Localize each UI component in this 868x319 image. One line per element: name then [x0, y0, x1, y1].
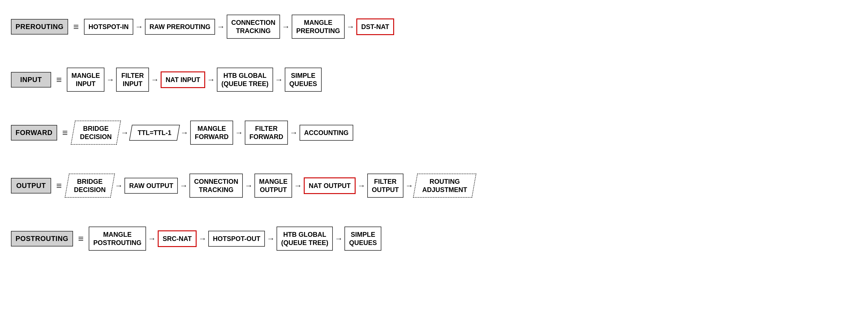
arrow-input-1: → [106, 75, 114, 84]
arrow-postrouting-2: → [198, 234, 207, 243]
arrow-input-4: → [275, 75, 283, 84]
node-prerouting-3: MANGLEPREROUTING [292, 14, 345, 39]
separator-input: ≡ [56, 74, 62, 85]
arrow-output-2: → [180, 181, 188, 190]
node-postrouting-0: MANGLEPOSTROUTING [89, 227, 146, 251]
arrow-prerouting-2: → [217, 22, 225, 31]
row-postrouting: POSTROUTING≡MANGLEPOSTROUTING→SRC-NAT→HO… [11, 227, 381, 251]
row-input: INPUT≡MANGLEINPUT→FILTERINPUT→NAT INPUT→… [11, 67, 322, 92]
arrow-input-2: → [151, 75, 159, 84]
arrow-postrouting-4: → [335, 234, 343, 243]
chain-label-input: INPUT [11, 72, 51, 88]
separator-prerouting: ≡ [73, 21, 79, 32]
node-forward-3: FILTERFORWARD [245, 121, 288, 145]
arrow-output-5: → [358, 181, 366, 190]
diagram: PREROUTING≡HOTSPOT-IN→RAW PREROUTING→CON… [0, 0, 868, 319]
node-output-4: NAT OUTPUT [304, 177, 355, 194]
node-output-3: MANGLEOUTPUT [254, 174, 292, 198]
node-input-3: HTB GLOBAL(QUEUE TREE) [217, 67, 273, 92]
row-prerouting: PREROUTING≡HOTSPOT-IN→RAW PREROUTING→CON… [11, 14, 394, 39]
node-postrouting-2: HOTSPOT-OUT [208, 231, 265, 246]
arrow-output-3: → [245, 181, 253, 190]
node-postrouting-1: SRC-NAT [158, 230, 196, 247]
node-prerouting-1: RAW PREROUTING [145, 19, 215, 35]
node-output-5: FILTEROUTPUT [367, 174, 403, 198]
arrow-prerouting-1: → [135, 22, 143, 31]
arrow-postrouting-1: → [148, 234, 156, 243]
node-forward-2: MANGLEFORWARD [190, 121, 233, 145]
node-input-4: SIMPLEQUEUES [285, 67, 322, 92]
arrow-forward-4: → [290, 128, 298, 137]
arrow-forward-1: → [121, 128, 129, 137]
arrow-prerouting-3: → [282, 22, 290, 31]
arrow-output-1: → [115, 181, 123, 190]
chain-label-prerouting: PREROUTING [11, 19, 68, 34]
node-input-1: FILTERINPUT [116, 67, 149, 92]
arrow-prerouting-4: → [346, 22, 354, 31]
node-output-2: CONNECTIONTRACKING [189, 174, 243, 198]
node-forward-1: TTL=TTL-1 [129, 125, 180, 141]
arrow-forward-3: → [235, 128, 243, 137]
node-forward-0: BRIDGEDECISION [71, 121, 121, 145]
row-output: OUTPUT≡BRIDGEDECISION→RAW OUTPUT→CONNECT… [11, 174, 474, 198]
node-prerouting-0: HOTSPOT-IN [84, 19, 133, 35]
arrow-forward-2: → [180, 128, 188, 137]
node-prerouting-2: CONNECTIONTRACKING [227, 14, 280, 39]
chain-label-output: OUTPUT [11, 178, 51, 194]
node-input-2: NAT INPUT [161, 71, 205, 88]
node-prerouting-4: DST-NAT [356, 19, 394, 35]
separator-postrouting: ≡ [78, 233, 84, 244]
node-postrouting-4: SIMPLEQUEUES [344, 227, 381, 251]
node-postrouting-3: HTB GLOBAL(QUEUE TREE) [277, 227, 333, 251]
arrow-output-6: → [405, 181, 413, 190]
row-forward: FORWARD≡BRIDGEDECISION→TTL=TTL-1→MANGLEF… [11, 121, 353, 145]
node-input-0: MANGLEINPUT [67, 67, 104, 92]
chain-label-forward: FORWARD [11, 125, 57, 141]
separator-forward: ≡ [62, 127, 68, 138]
node-output-1: RAW OUTPUT [124, 178, 178, 194]
chain-label-postrouting: POSTROUTING [11, 231, 73, 246]
node-output-0: BRIDGEDECISION [65, 174, 115, 198]
arrow-input-3: → [207, 75, 215, 84]
arrow-postrouting-3: → [267, 234, 275, 243]
arrow-output-4: → [294, 181, 302, 190]
separator-output: ≡ [56, 180, 62, 191]
node-output-6: ROUTINGADJUSTMENT [413, 174, 476, 198]
node-forward-4: ACCOUNTING [300, 125, 353, 141]
